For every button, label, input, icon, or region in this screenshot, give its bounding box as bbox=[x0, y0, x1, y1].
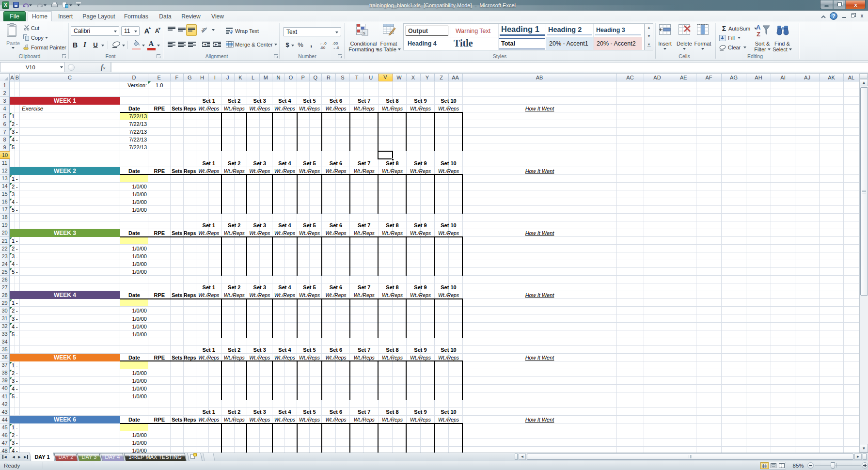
svg-text:A: A bbox=[756, 24, 761, 31]
svg-text:ab: ab bbox=[201, 27, 206, 33]
svg-text:≤: ≤ bbox=[363, 31, 365, 35]
svg-text:Z: Z bbox=[757, 31, 760, 37]
